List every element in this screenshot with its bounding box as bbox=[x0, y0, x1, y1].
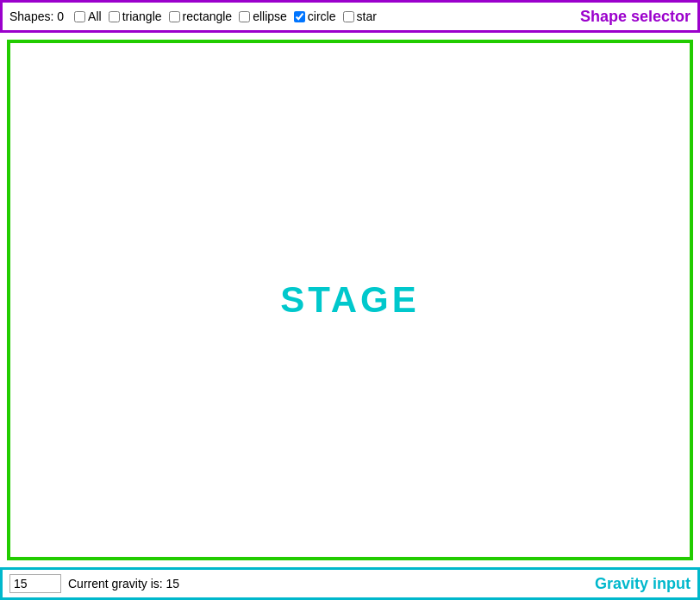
shape-selector-title: Shape selector bbox=[580, 8, 691, 26]
checkbox-circle[interactable]: circle bbox=[294, 9, 336, 23]
gravity-input[interactable] bbox=[9, 574, 61, 593]
checkbox-star-label: star bbox=[357, 9, 377, 23]
stage-label: STAGE bbox=[280, 279, 420, 321]
checkbox-rectangle-input[interactable] bbox=[169, 11, 180, 22]
checkbox-triangle-input[interactable] bbox=[109, 11, 120, 22]
checkbox-triangle[interactable]: triangle bbox=[109, 9, 162, 23]
checkbox-triangle-label: triangle bbox=[122, 9, 162, 23]
app-container: Shapes: 0 All triangle rectangle ellipse… bbox=[0, 0, 700, 600]
checkbox-all-input[interactable] bbox=[74, 11, 85, 22]
checkbox-rectangle-label: rectangle bbox=[183, 9, 233, 23]
stage-wrapper: STAGE bbox=[0, 33, 700, 567]
checkbox-star[interactable]: star bbox=[343, 9, 377, 23]
checkbox-star-input[interactable] bbox=[343, 11, 354, 22]
shape-selector-bar: Shapes: 0 All triangle rectangle ellipse… bbox=[0, 0, 700, 33]
checkbox-ellipse-label: ellipse bbox=[253, 9, 287, 23]
checkbox-ellipse-input[interactable] bbox=[239, 11, 250, 22]
checkbox-circle-input[interactable] bbox=[294, 11, 305, 22]
gravity-title: Gravity input bbox=[595, 575, 691, 593]
gravity-bar: Current gravity is: 15 Gravity input bbox=[0, 567, 700, 600]
stage: STAGE bbox=[7, 40, 693, 560]
checkbox-circle-label: circle bbox=[308, 9, 336, 23]
shapes-count: Shapes: 0 bbox=[9, 9, 64, 23]
checkbox-all[interactable]: All bbox=[74, 9, 102, 23]
gravity-status: Current gravity is: 15 bbox=[68, 577, 179, 591]
checkbox-rectangle[interactable]: rectangle bbox=[169, 9, 233, 23]
checkbox-all-label: All bbox=[88, 9, 102, 23]
checkbox-ellipse[interactable]: ellipse bbox=[239, 9, 287, 23]
